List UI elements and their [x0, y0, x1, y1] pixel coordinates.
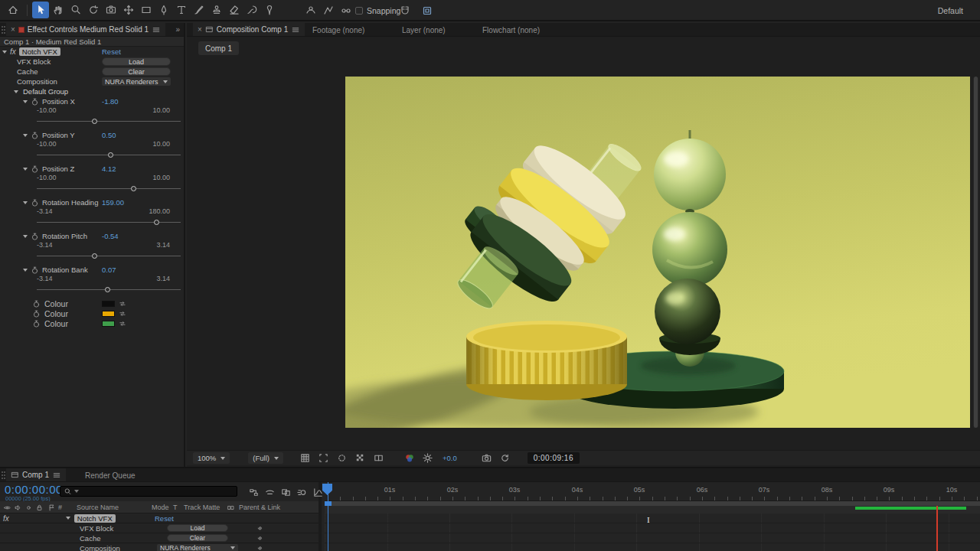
puppet-pin-tool-icon[interactable]	[261, 2, 278, 18]
pixel-aspect-icon[interactable]	[372, 452, 386, 465]
timeline-timecode[interactable]: 0:00:00:00	[5, 483, 63, 496]
eraser-tool-icon[interactable]	[226, 2, 243, 18]
parent-link-column[interactable]: Parent & Link	[239, 504, 280, 511]
param-value[interactable]: 0.50	[102, 131, 116, 139]
collapse-effect-icon[interactable]	[2, 51, 7, 54]
label-flag-icon[interactable]	[47, 504, 56, 512]
collapse-param-icon[interactable]	[23, 168, 28, 171]
shape-tool-icon[interactable]	[138, 2, 155, 18]
default-group-row[interactable]: Default Group	[0, 86, 184, 96]
param-slider[interactable]	[37, 184, 181, 194]
stopwatch-icon[interactable]	[31, 97, 39, 106]
colour-swatch[interactable]	[102, 321, 115, 327]
tab-effect-controls[interactable]: × Effect Controls Medium Red Solid 1	[6, 23, 165, 36]
stopwatch-icon[interactable]	[32, 319, 41, 328]
toolbar-extra-icon-1[interactable]	[302, 2, 319, 19]
stopwatch-icon[interactable]	[31, 165, 39, 174]
brush-tool-icon[interactable]	[191, 2, 207, 18]
track-matte-column[interactable]: Track Matte	[184, 504, 220, 511]
collapse-param-icon[interactable]	[23, 269, 28, 272]
grid-guides-icon[interactable]	[299, 452, 312, 465]
audio-icon[interactable]	[14, 504, 22, 512]
close-icon[interactable]: ×	[198, 26, 202, 34]
zoom-dropdown[interactable]: 100%	[193, 452, 230, 464]
snap-option-icon-2[interactable]	[419, 2, 436, 19]
viewer-timecode[interactable]: 0:00:09:16	[528, 452, 580, 464]
eye-icon[interactable]	[3, 504, 11, 512]
shy-layers-icon[interactable]	[263, 486, 276, 498]
composition-dropdown[interactable]: NURA Renderers	[102, 77, 171, 86]
resolution-dropdown[interactable]: (Full)	[248, 452, 283, 464]
t-column[interactable]: T	[173, 504, 178, 511]
zoom-tool-icon[interactable]	[67, 2, 84, 18]
orbit-camera-icon[interactable]	[85, 2, 102, 18]
search-input[interactable]	[81, 487, 234, 495]
param-slider[interactable]	[37, 217, 181, 228]
stopwatch-icon[interactable]	[31, 198, 39, 207]
show-snapshot-icon[interactable]	[498, 452, 512, 465]
composition-render[interactable]	[345, 77, 970, 428]
reset-button[interactable]: Reset	[155, 514, 174, 523]
pan-behind-tool-icon[interactable]	[120, 2, 137, 18]
home-icon[interactable]	[5, 2, 21, 18]
work-area-bar[interactable]	[325, 501, 980, 506]
param-slider[interactable]	[37, 285, 181, 295]
clear-button[interactable]: Clear	[167, 534, 228, 542]
search-filter-chevron-icon[interactable]	[74, 490, 79, 493]
selection-tool-icon[interactable]	[32, 2, 49, 18]
track-rows[interactable]	[325, 514, 980, 551]
snap-option-icon-1[interactable]	[397, 2, 413, 19]
colour-swatch[interactable]	[102, 311, 115, 317]
collapse-param-icon[interactable]	[23, 235, 28, 238]
panel-menu-icon[interactable]	[152, 25, 161, 34]
panel-menu-icon[interactable]	[291, 25, 300, 34]
param-value[interactable]: 159.00	[102, 198, 124, 207]
snapping-control[interactable]: Snapping	[355, 0, 400, 21]
viewer-scrollbar[interactable]	[973, 77, 978, 428]
timeline-effect-row[interactable]: fx Notch VFX Reset	[0, 514, 318, 523]
snapping-checkbox[interactable]	[355, 7, 363, 15]
pick-whip-icon[interactable]	[255, 533, 264, 543]
collapse-param-icon[interactable]	[23, 134, 28, 137]
clear-button[interactable]: Clear	[102, 67, 171, 76]
slider-handle[interactable]	[154, 220, 159, 225]
tab-layer[interactable]: Layer (none)	[402, 23, 446, 37]
param-value[interactable]: -1.80	[102, 97, 119, 106]
color-management-icon[interactable]	[403, 452, 416, 465]
pen-tool-icon[interactable]	[155, 2, 172, 18]
workspace-label[interactable]: Default	[938, 0, 963, 21]
source-name-column[interactable]: Source Name	[77, 504, 119, 511]
slider-handle[interactable]	[108, 152, 113, 158]
swap-arrows-icon[interactable]	[118, 320, 127, 328]
mini-flowchart-icon[interactable]	[247, 486, 260, 498]
exposure-value[interactable]: +0.0	[443, 454, 457, 462]
scrollbar-thumb[interactable]	[974, 77, 978, 428]
toolbar-extra-icon-2[interactable]	[320, 2, 337, 19]
swap-arrows-icon[interactable]	[118, 300, 127, 308]
slider-handle[interactable]	[92, 253, 97, 259]
settings-gear-icon[interactable]	[421, 452, 435, 465]
param-value[interactable]: 4.12	[102, 165, 116, 173]
panel-menu-icon[interactable]	[52, 471, 61, 480]
slider-handle[interactable]	[131, 186, 136, 191]
stopwatch-icon[interactable]	[31, 266, 39, 275]
load-button[interactable]: Load	[167, 524, 228, 532]
panel-grip-icon[interactable]	[0, 468, 6, 482]
time-ruler[interactable]: 0s 01s 02s 03s 04s 05s 06s 07s 08s 09s 1…	[325, 482, 980, 501]
toggle-switches-icon[interactable]	[227, 504, 235, 512]
roto-brush-tool-icon[interactable]	[243, 2, 260, 18]
toolbar-extra-icon-3[interactable]	[338, 2, 354, 19]
stopwatch-icon[interactable]	[32, 309, 41, 318]
param-value[interactable]: 0.07	[102, 266, 116, 274]
param-value[interactable]: -0.54	[102, 232, 119, 240]
snapshot-camera-icon[interactable]	[480, 452, 494, 465]
composition-dropdown[interactable]: NURA Renderers	[157, 544, 238, 551]
mode-column[interactable]: Mode	[152, 504, 169, 511]
region-of-interest-icon[interactable]	[317, 452, 331, 465]
stopwatch-icon[interactable]	[32, 299, 41, 308]
mask-visibility-icon[interactable]	[335, 452, 349, 465]
panel-grip-icon[interactable]	[0, 23, 6, 37]
colour-swatch[interactable]	[102, 301, 115, 307]
transparency-grid-icon[interactable]	[354, 452, 368, 465]
collapse-param-icon[interactable]	[23, 201, 28, 204]
